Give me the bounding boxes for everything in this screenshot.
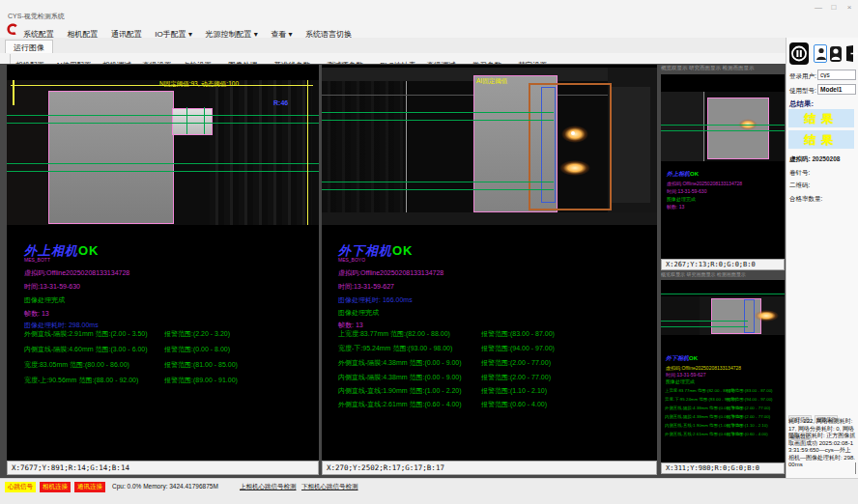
login-user-label: 登录用户: <box>789 72 816 81</box>
view-mode-selector[interactable]: 概览双显示 研究画面显示 检测画面显示 <box>661 65 785 71</box>
r-value-overlay-label: R:46 <box>273 99 288 106</box>
result-text: 结果 <box>804 133 839 147</box>
alarm-range: 报警范围:(2.00 - 77.00) <box>727 414 770 419</box>
measurement-row: 外侧直线-直线:2.61mm 范围:(0.60 - 4.00) 报警范围:(0.… <box>338 400 647 409</box>
measurement-value: 宽度-上:90.56mm 范围:(88.00 - 92.00) <box>24 377 138 383</box>
measurement-row: 上宽度:83.77mm 范围:(82.00 - 88.00) 报警范围:(83.… <box>338 329 647 339</box>
guide-line <box>7 115 319 116</box>
guide-line <box>322 189 554 190</box>
result-text: 结果 <box>804 112 839 126</box>
camera-panel-outer-bottom: AI固定阈值 外下相机OK MES_BOYO 虚拟码:Offline202502… <box>322 65 657 461</box>
guide-line <box>661 125 785 126</box>
alarm-range: 报警范围:(0.60 - 4.00) <box>481 400 547 409</box>
mini-panel-b: 外下相机OK 虚拟码:Offline20250208133134728 时间:1… <box>661 280 785 462</box>
alarm-range: 报警范围:(94.00 - 97.00) <box>727 397 773 402</box>
mes-status-label: MES_BOYO <box>338 257 365 263</box>
guide-line <box>661 294 785 294</box>
measurement-value: 内侧直线-隔膜:4.60mm 范围:(3.00 - 6.00) <box>24 346 148 352</box>
alarm-range: 报警范围:(0.00 - 8.00) <box>164 345 230 354</box>
mini-result-title: 外上相机OK <box>667 171 699 177</box>
weld-glow <box>754 310 779 322</box>
weld-glow <box>561 126 588 143</box>
process-done-label: 图像处理完成 <box>338 308 379 318</box>
guide-line <box>661 130 785 131</box>
model-input[interactable] <box>817 84 856 95</box>
pause-button[interactable] <box>789 42 809 65</box>
measurement-value: 宽度:83.05mm 范围:(80.00 - 86.00) <box>24 361 129 368</box>
guide-line <box>7 171 319 172</box>
measurement-value: 外侧直线-隔膜:2.91mm 范围:(2.00 - 3.50) <box>24 330 148 337</box>
virtual-code-label: 虚拟码:Offline20250208133134728 <box>667 181 742 186</box>
minimize-button[interactable]: — <box>812 3 825 12</box>
bottom-camera-heartbeat-link[interactable]: 下相机心跳信号检测 <box>301 483 358 491</box>
frame-count-label: 帧数: 13 <box>667 204 684 210</box>
alarm-range: 报警范围:(94.00 - 97.00) <box>481 344 555 353</box>
measurement-row: 外侧直线-隔膜:2.91mm 范围:(2.00 - 3.50) 报警范围:(2.… <box>24 329 314 339</box>
pixel-coords-outer-top: X:7677;Y:891;R:14;G:14;B:14 <box>7 461 319 475</box>
mini-image-b[interactable] <box>661 296 785 335</box>
guide-line <box>661 326 748 327</box>
mini-image-a[interactable] <box>661 92 785 161</box>
log-scrollbar[interactable] <box>855 462 856 474</box>
alarm-range: 报警范围:(2.00 - 77.00) <box>727 406 770 410</box>
heartbeat-status-badge: 心跳信号 <box>5 482 36 492</box>
guide-line <box>322 120 554 121</box>
process-done-label: 图像处理完成 <box>666 378 695 384</box>
top-camera-heartbeat-link[interactable]: 上相机心跳信号检测 <box>240 483 297 491</box>
control-panel: 登录用户: 使用型号: 总结果: 结果 结果 虚拟码: 20250208 卷针号… <box>786 38 858 478</box>
threshold-overlay-label: N固定阈值:93, 动态阈值:100 <box>159 80 239 89</box>
model-label: 使用型号: <box>789 87 816 96</box>
camera-image-outer-top[interactable]: N固定阈值:93, 动态阈值:100 R:46 <box>7 80 319 225</box>
alarm-range: 报警范围:(2.20 - 3.20) <box>164 329 230 339</box>
machine-band <box>322 212 657 225</box>
title-bar: CYS-视觉检测系统 — □ × <box>0 0 858 22</box>
guide-tick <box>186 107 187 134</box>
reel-needle-label: 卷针号: <box>789 169 810 178</box>
virtual-code-field: 虚拟码: 20250208 <box>789 155 840 164</box>
measurement-row: 外侧直线-直线:2.61mm 范围:(0.60 - 4.00) 报警范围:(0.… <box>665 432 781 436</box>
app-logo-icon <box>5 22 19 37</box>
alarm-range: 报警范围:(89.00 - 91.00) <box>164 376 238 385</box>
measurement-value: 上宽度:83.77mm 范围:(82.00 - 88.00) <box>338 330 450 337</box>
run-log-text: 耗时: 222, 网络检测耗时: 17, 网络分类耗时: 0, 网络提取分区耗时… <box>788 418 856 469</box>
guide-line <box>7 123 319 124</box>
user-button[interactable] <box>830 46 842 62</box>
login-user-button[interactable] <box>814 44 827 63</box>
measurement-value: 宽度-下:95.24mm 范围:(93.00 - 98.00) <box>338 345 452 351</box>
virtual-code-label: 虚拟码:Offline20250208133134728 <box>24 268 129 278</box>
guide-tick <box>204 107 205 134</box>
mini-result-title: 外下相机OK <box>666 355 698 361</box>
camera-name-label: 外下相机 <box>666 355 689 361</box>
measurement-row: 外侧直线-隔膜:4.38mm 范围:(0.00 - 9.00) 报警范围:(2.… <box>338 358 647 368</box>
machine-edge-line <box>703 92 704 161</box>
process-done-label: 图像处理完成 <box>667 196 696 202</box>
image-dark-zone <box>661 92 705 161</box>
login-user-input[interactable] <box>817 70 856 80</box>
view-mode-selector-b[interactable]: 概览双显示 研究画面显示 检测画面显示 <box>661 271 785 277</box>
exit-door-icon <box>844 49 858 66</box>
weld-glow <box>559 160 590 176</box>
measurement-row: 外侧直线-隔膜:4.38mm 范围:(0.00 - 9.00) 报警范围:(2.… <box>665 406 781 410</box>
close-button[interactable]: × <box>843 3 856 12</box>
measurement-row: 宽度-下:95.24mm 范围:(93.00 - 98.00) 报警范围:(94… <box>665 397 781 402</box>
exit-button[interactable] <box>844 44 858 63</box>
camera-name-label: 外上相机 <box>667 171 690 177</box>
machine-edge-line <box>406 68 407 225</box>
alarm-range: 报警范围:(2.00 - 77.00) <box>481 358 551 368</box>
measurement-row: 内侧直线-直线:1.90mm 范围:(1.00 - 2.20) 报警范围:(1.… <box>665 423 781 428</box>
camera-connection-badge: 相机连接 <box>40 482 71 492</box>
calibration-line <box>307 80 308 225</box>
measurement-row: 内侧直线-隔膜:4.60mm 范围:(3.00 - 6.00) 报警范围:(0.… <box>24 345 314 354</box>
virtual-code-label: 虚拟码:Offline20250208133134728 <box>666 365 741 371</box>
measurement-row: 内侧直线-隔膜:4.38mm 范围:(0.00 - 9.00) 报警范围:(2.… <box>338 373 647 382</box>
pause-icon <box>789 51 809 68</box>
measurement-value: 上宽度:83.77mm 范围:(82.00 - 88.00) <box>665 388 735 393</box>
cpu-memory-status: Cpu: 0.0% Memory: 3424.41796875M <box>112 483 218 490</box>
alarm-range: 报警范围:(0.60 - 4.00) <box>727 432 768 436</box>
camera-image-outer-bottom[interactable]: AI固定阈值 <box>322 68 657 225</box>
total-result-label: 总结果: <box>789 99 814 109</box>
maximize-button[interactable]: □ <box>827 3 841 12</box>
menu-bar: 系统配置 相机配置 通讯配置 IO手配置 ▾ 光源控制配置 ▾ 查看 ▾ 系统语… <box>0 21 858 38</box>
guide-line <box>7 163 319 164</box>
result-ok-label: OK <box>689 355 698 361</box>
